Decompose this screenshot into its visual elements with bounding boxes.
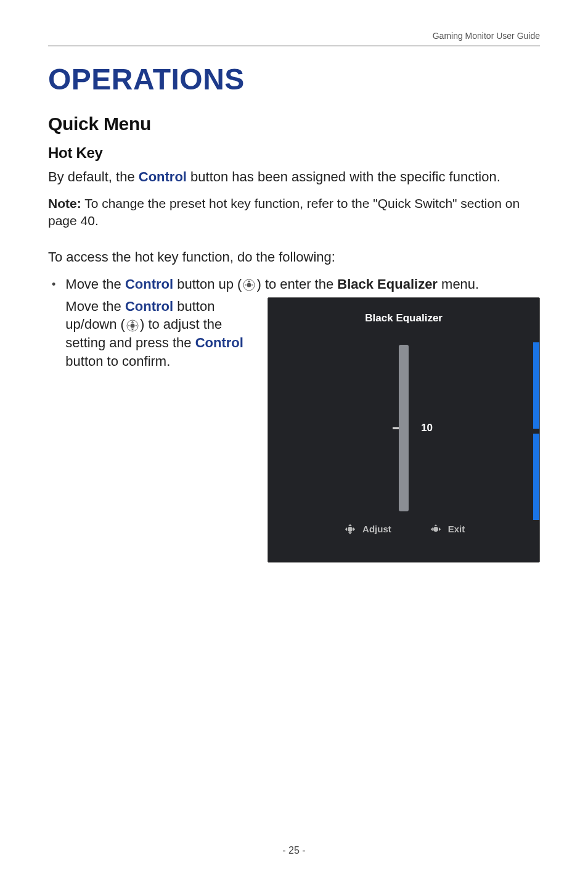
- osd-title: Black Equalizer: [268, 311, 539, 326]
- slider-indicator: [393, 427, 399, 429]
- osd-adjust-hint: Adjust: [343, 523, 391, 535]
- instruction-lead: To access the hot key function, do the f…: [48, 248, 540, 266]
- intro-paragraph: By default, the Control button has been …: [48, 168, 540, 186]
- svg-marker-2: [248, 281, 251, 283]
- osd-adjust-label: Adjust: [362, 523, 391, 535]
- svg-marker-8: [131, 328, 134, 330]
- control-keyword: Control: [139, 169, 187, 184]
- svg-marker-13: [348, 532, 352, 534]
- text-fragment: Move the: [65, 276, 125, 292]
- note-paragraph: Note: To change the preset hot key funct…: [48, 195, 540, 230]
- instruction-detail: Move the Control button up/down ( ) to a…: [65, 297, 250, 563]
- osd-edge-indicator: [533, 342, 539, 520]
- svg-rect-3: [245, 284, 247, 286]
- svg-rect-4: [252, 284, 254, 286]
- svg-marker-15: [353, 527, 355, 531]
- section-heading: Quick Menu: [48, 113, 540, 134]
- control-keyword: Control: [125, 299, 173, 314]
- note-body: To change the preset hot key function, r…: [48, 196, 520, 228]
- svg-marker-17: [434, 524, 437, 526]
- osd-panel: Black Equalizer 10: [267, 297, 540, 563]
- text-fragment: button up (: [173, 276, 242, 292]
- osd-exit-hint: Exit: [428, 523, 465, 535]
- slider-value: 10: [421, 421, 433, 435]
- joystick-updown-icon: [126, 320, 139, 332]
- note-label: Note:: [48, 196, 81, 210]
- text-fragment: Move the: [65, 299, 125, 314]
- joystick-updown-icon: [344, 523, 356, 535]
- osd-exit-label: Exit: [448, 523, 465, 535]
- control-keyword: Control: [125, 276, 173, 292]
- running-header: Gaming Monitor User Guide: [48, 31, 540, 46]
- svg-point-11: [348, 527, 353, 532]
- svg-rect-10: [135, 325, 137, 326]
- page-number: - 25 -: [0, 845, 588, 856]
- subsection-heading: Hot Key: [48, 144, 540, 162]
- svg-point-6: [130, 323, 134, 328]
- text-fragment: button has been assigned with the specif…: [187, 169, 500, 184]
- svg-point-16: [433, 527, 438, 532]
- svg-point-1: [247, 283, 251, 287]
- svg-rect-9: [128, 325, 130, 326]
- slider-track: [399, 345, 409, 511]
- bullet-marker: •: [48, 275, 55, 563]
- joystick-up-icon: [243, 279, 255, 291]
- svg-marker-12: [348, 524, 352, 526]
- bullet-item: • Move the Control button up ( ) to ente…: [48, 275, 540, 563]
- svg-marker-19: [439, 527, 441, 531]
- page-title: OPERATIONS: [48, 62, 540, 96]
- text-fragment: ) to enter the: [256, 276, 337, 292]
- svg-marker-18: [431, 527, 433, 531]
- svg-marker-14: [345, 527, 347, 531]
- control-keyword: Control: [195, 335, 243, 350]
- joystick-center-icon: [430, 523, 442, 535]
- text-fragment: button to confirm.: [65, 353, 170, 369]
- menu-name: Black Equalizer: [337, 276, 438, 292]
- text-fragment: menu.: [438, 276, 479, 292]
- text-fragment: By default, the: [48, 169, 139, 184]
- osd-slider[interactable]: 10: [268, 342, 539, 514]
- svg-marker-7: [131, 321, 134, 323]
